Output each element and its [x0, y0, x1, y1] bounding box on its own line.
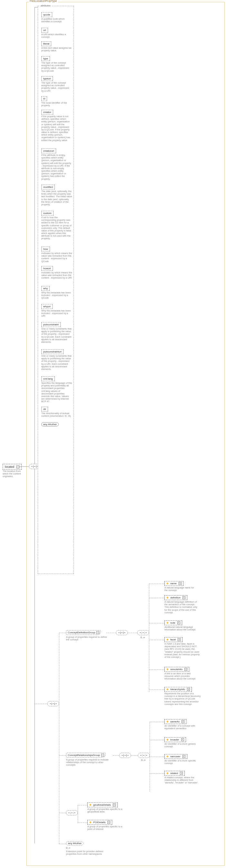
attr-qcode-doc: A qualified code which identifies a conc…	[41, 18, 70, 23]
attr-literal-doc: A free-text value assigned as property v…	[41, 47, 72, 52]
attr-howuri-doc: Indicates by which means the value was e…	[41, 272, 72, 280]
occur-rel: 0..∞	[141, 758, 146, 762]
elem-wildcard-occur: 0..∞	[66, 847, 82, 849]
attr-xmllang[interactable]: xml:lang	[41, 376, 55, 381]
attr-wildcard[interactable]: any ##other	[41, 422, 59, 426]
attr-typeuri[interactable]: typeuri	[41, 76, 53, 81]
attr-howuri[interactable]: howuri	[41, 266, 53, 271]
attr-uri[interactable]: uri	[41, 28, 48, 33]
expand-icon[interactable]: +	[178, 638, 181, 641]
elem-geoareadetails[interactable]: geoAreaDetails+	[87, 803, 118, 807]
group-conceptdefinition-doc: A group of properties required to define…	[66, 636, 108, 641]
attr-whyuri-doc: Why the metadata has been included - exp…	[41, 310, 72, 318]
elem-definition-doc: A natural language definition of the sem…	[164, 601, 200, 614]
group-conceptrelationships-doc: A group of properties required to indica…	[66, 758, 111, 767]
elem-poidetails-doc: A group of properties specific to a poin…	[87, 826, 126, 831]
elem-narrower[interactable]: narrower+	[164, 754, 187, 759]
elem-note[interactable]: note+	[164, 620, 182, 625]
expand-icon[interactable]: +	[179, 582, 182, 585]
element-icon	[89, 821, 91, 824]
elem-remoteinfo[interactable]: remoteInfo+	[164, 667, 189, 672]
expand-icon[interactable]: +	[183, 755, 185, 758]
expand-icon[interactable]: +	[107, 821, 110, 824]
expand-icon[interactable]: +	[180, 772, 183, 775]
elem-wildcard-doc: Extension point for provider-defined pro…	[66, 850, 105, 856]
attr-dir[interactable]: dir	[41, 407, 48, 411]
element-icon	[166, 739, 168, 741]
expand-icon[interactable]: +	[181, 738, 184, 741]
element-icon	[166, 596, 168, 599]
group-conceptdefinition[interactable]: ConceptDefinitionGroup−	[66, 630, 101, 635]
elem-wildcard[interactable]: any ##other	[66, 841, 83, 845]
expand-icon[interactable]: +	[182, 720, 184, 723]
attr-literal[interactable]: literal	[41, 41, 51, 46]
element-icon	[166, 772, 168, 774]
elem-remoteinfo-doc: A link to an item or a web resource whic…	[164, 672, 200, 680]
occur-def: 0..∞	[141, 636, 145, 639]
compositor-rel-seq[interactable]	[119, 753, 131, 758]
element-icon	[166, 639, 168, 641]
compositor-def-choice[interactable]: 0..∞	[137, 630, 149, 635]
attributes-group-label: attributes	[40, 4, 51, 7]
expand-icon[interactable]: +	[184, 668, 187, 671]
attr-creator-doc: If the property value is not defined, sp…	[41, 115, 72, 142]
expand-icon[interactable]: +	[113, 803, 116, 806]
attr-creatoruri-doc: If the attribute is emtpy, specifies whi…	[41, 154, 72, 181]
elem-geoareadetails-doc: A group of properties specific to a geop…	[87, 808, 126, 813]
elem-narrower-doc: An identifier of a more specific concept…	[164, 760, 197, 765]
attr-id[interactable]: id	[41, 96, 47, 101]
root-element-label: located	[5, 465, 14, 468]
attr-creator[interactable]: creator	[41, 110, 53, 115]
elem-name-doc: A natural language name for the concept.	[164, 587, 197, 592]
diagram-stage: FlexLocationPropType located − The locat…	[0, 0, 226, 868]
attr-pubconstrainturi[interactable]: pubconstrainturi	[41, 349, 64, 354]
elem-name[interactable]: name+	[164, 581, 183, 586]
elem-definition[interactable]: definition+	[164, 595, 187, 600]
element-icon	[166, 582, 168, 585]
root-element[interactable]: located −	[3, 464, 22, 470]
attr-dir-doc: The directionality of textual content (e…	[41, 412, 72, 417]
compositor-geo-choice[interactable]	[66, 810, 78, 815]
elem-related[interactable]: related+	[164, 771, 185, 776]
elem-note-doc: Additional natural language information …	[164, 626, 198, 631]
elem-related-doc: A related concept, where the relationshi…	[164, 776, 201, 784]
attr-why-doc: Why the metadata has been included - exp…	[41, 291, 72, 300]
collapse-icon[interactable]: −	[97, 631, 99, 634]
expand-icon[interactable]: +	[187, 688, 190, 691]
attr-pubconstrainturi-doc: One or many constraints that apply to pu…	[41, 355, 72, 371]
attr-modified-doc: The date (and, optionally, the time) whe…	[41, 190, 72, 206]
element-icon	[166, 688, 168, 690]
collapse-icon[interactable]: −	[101, 754, 104, 756]
attr-how-doc: Indicates by which means the value was e…	[41, 252, 72, 263]
attr-type[interactable]: type	[41, 56, 50, 61]
attr-modified[interactable]: modified	[41, 185, 55, 189]
elem-hierarchyinfo[interactable]: hierarchyInfo+	[164, 687, 192, 692]
attr-pubconstraint[interactable]: pubconstraint	[41, 322, 61, 327]
compositor-rel-choice[interactable]: 0..∞	[138, 753, 150, 758]
elem-facet[interactable]: facet+	[164, 637, 183, 642]
attr-qcode[interactable]: qcode	[41, 12, 52, 17]
elem-broader[interactable]: broader+	[164, 737, 186, 742]
attr-why[interactable]: why	[41, 286, 50, 291]
expand-icon[interactable]: +	[183, 596, 185, 599]
group-conceptrelationships[interactable]: ConceptRelationshipsGroup−	[66, 753, 106, 757]
content-sequence[interactable]	[47, 701, 59, 706]
attr-pubconstraint-doc: One or many constraints that apply to pu…	[41, 328, 72, 343]
attr-uri-doc: A URI which identifies a concept.	[41, 33, 70, 38]
attr-custom[interactable]: custom	[41, 211, 53, 216]
attr-whyuri[interactable]: whyuri	[41, 304, 52, 309]
attr-xmllang-doc: Specifies the language of this property …	[41, 382, 72, 403]
attr-type-doc: The type of the concept assigned as cont…	[41, 62, 72, 72]
element-icon	[166, 755, 168, 757]
elem-poidetails[interactable]: POIDetails+	[87, 820, 112, 825]
attr-creatoruri[interactable]: creatoruri	[41, 149, 56, 153]
collapse-icon[interactable]: −	[16, 465, 20, 468]
elem-sameas[interactable]: sameAs+	[164, 719, 186, 724]
elem-hierarchyinfo-doc: Represents the position of a concept in …	[164, 692, 201, 706]
compositor-def-seq[interactable]	[116, 630, 128, 635]
attr-id-doc: The local identifier of the property.	[41, 102, 72, 107]
expand-icon[interactable]: +	[177, 621, 180, 624]
root-element-doc: The location from which the content orig…	[3, 470, 27, 478]
element-icon	[89, 804, 91, 806]
attr-how[interactable]: how	[41, 247, 50, 251]
